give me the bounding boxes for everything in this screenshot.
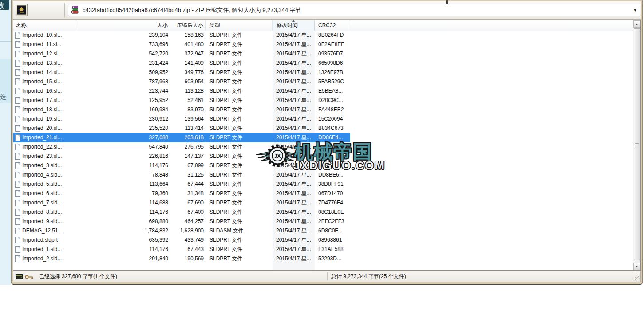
- column-header-packed[interactable]: 压缩后大小: [170, 20, 206, 31]
- scroll-thumb[interactable]: [634, 28, 640, 260]
- cell-mtime: 2015/4/17 星...: [273, 96, 315, 105]
- chevron-down-icon: ▼: [633, 8, 637, 12]
- cell-name: Imported_9.sld...: [13, 217, 76, 226]
- file-icon: [15, 190, 20, 197]
- cell-type: SLDPRT 文件: [206, 170, 273, 180]
- table-row[interactable]: DEMAG_12.51...1,784,8321,628,900SLDASM 文…: [13, 226, 350, 235]
- table-row[interactable]: Imported_9.sld...698,880464,257SLDPRT 文件…: [13, 217, 350, 226]
- file-name: Imported_3.sld...: [22, 161, 62, 170]
- column-header-size[interactable]: 大小: [76, 20, 170, 31]
- file-name: Imported_16.sl...: [22, 86, 62, 96]
- cell-mtime: 2015/4/17 星...: [273, 208, 315, 217]
- cell-size: 125,952: [76, 96, 170, 105]
- cell-type: SLDPRT 文件: [206, 198, 273, 208]
- scroll-up-button[interactable]: ▲: [633, 20, 640, 28]
- file-list-panel: 名称 大小 压缩后大小 类型 ▲ 修改时间 CRC32 Imported_10.…: [13, 20, 641, 271]
- column-header-name[interactable]: 名称: [13, 20, 76, 31]
- address-text: c432fabd1cd854420aba67c674f4bd4b.zip - Z…: [83, 6, 301, 14]
- cell-mtime: 2015/4/17 星...: [273, 245, 315, 254]
- cell-size: 78,848: [76, 170, 170, 180]
- table-row[interactable]: Imported_6.sld...79,36031,348SLDPRT 文件20…: [13, 189, 350, 198]
- cell-crc: [315, 152, 350, 161]
- table-row[interactable]: Imported_19.sl...230,912139,564SLDPRT 文件…: [13, 114, 350, 124]
- cell-packed: 141,409: [170, 59, 206, 68]
- cell-size: 787,968: [76, 77, 170, 86]
- file-icon: [15, 69, 20, 76]
- file-icon: [15, 97, 20, 104]
- column-header-mtime[interactable]: ▲ 修改时间: [273, 20, 315, 31]
- file-icon: [15, 60, 20, 67]
- cell-crc: 067D1470: [315, 189, 350, 198]
- table-row[interactable]: Imported_2.sld...291,840190,569SLDPRT 文件…: [13, 254, 350, 263]
- resize-grip[interactable]: [635, 276, 640, 281]
- file-icon: [15, 125, 20, 132]
- address-dropdown-button[interactable]: ▼: [631, 4, 639, 16]
- cell-name: Imported_19.sl...: [13, 114, 76, 124]
- column-header-type[interactable]: 类型: [206, 20, 273, 31]
- cell-packed: 139,564: [170, 114, 206, 124]
- cell-name: Imported_22.sl...: [13, 142, 76, 152]
- cell-crc: E5BEA8...: [315, 86, 350, 96]
- scroll-down-icon: ▼: [636, 265, 639, 268]
- file-icon: [15, 41, 20, 48]
- cell-crc: 5FAB529C: [315, 77, 350, 86]
- cell-type: SLDPRT 文件: [206, 96, 273, 105]
- table-row[interactable]: Imported_3.sld...114,17667,099SLDPRT 文件2…: [13, 161, 350, 170]
- table-row[interactable]: Imported_20.sl...235,520113,414SLDPRT 文件…: [13, 124, 350, 133]
- cell-packed: 401,480: [170, 40, 206, 49]
- cell-packed: 31,348: [170, 189, 206, 198]
- cell-mtime: 2015/4/17 星...: [273, 86, 315, 96]
- cell-packed: 349,776: [170, 68, 206, 77]
- table-row[interactable]: Imported_5.sld...113,66467,444SLDPRT 文件2…: [13, 180, 350, 189]
- cell-type: SLDPRT 文件: [206, 254, 273, 263]
- cell-crc: 8B0264FD: [315, 31, 350, 40]
- vertical-scrollbar[interactable]: ▲ ▼: [633, 20, 640, 270]
- file-icon: [15, 134, 20, 141]
- table-row[interactable]: Imported_8.sld...114,17667,400SLDPRT 文件2…: [13, 208, 350, 217]
- file-icon: [15, 88, 20, 94]
- table-row[interactable]: Imported_14.sl...509,952349,776SLDPRT 文件…: [13, 68, 350, 77]
- table-row[interactable]: Imported_21.sl...327,680203,618SLDPRT 文件…: [13, 133, 350, 142]
- cell-mtime: 2015/4/17 星...: [273, 217, 315, 226]
- file-list: Imported_10.sl...239,104158,163SLDPRT 文件…: [13, 31, 633, 270]
- cell-mtime: 2015/4/17 星...: [273, 235, 315, 245]
- file-name: Imported_10.sl...: [22, 31, 62, 40]
- table-row[interactable]: Imported_12.sl...542,720372,947SLDPRT 文件…: [13, 49, 350, 59]
- cell-size: 169,984: [76, 105, 170, 114]
- table-row[interactable]: Imported_23.sl...226,816147,137SLDPRT 文件…: [13, 152, 350, 161]
- cell-crc: 38D8FF91: [315, 180, 350, 189]
- table-row[interactable]: Imported_13.sl...231,424141,409SLDPRT 文件…: [13, 59, 350, 68]
- scroll-down-button[interactable]: ▼: [633, 263, 640, 270]
- file-name: DEMAG_12.51...: [22, 226, 63, 235]
- address-bar[interactable]: c432fabd1cd854420aba67c674f4bd4b.zip - Z…: [68, 4, 640, 16]
- table-row[interactable]: Imported.sldprt635,392433,749SLDPRT 文件20…: [13, 235, 350, 245]
- table-row[interactable]: Imported_16.sl...223,744113,128SLDPRT 文件…: [13, 86, 350, 96]
- cell-name: Imported_4.sld...: [13, 170, 76, 180]
- table-row[interactable]: Imported_18.sl...169,98483,970SLDPRT 文件2…: [13, 105, 350, 114]
- column-header-crc[interactable]: CRC32: [315, 20, 350, 31]
- cell-type: SLDPRT 文件: [206, 114, 273, 124]
- up-one-level-button[interactable]: [16, 4, 28, 16]
- table-row[interactable]: Imported_1.sld...114,17667,443SLDPRT 文件2…: [13, 245, 350, 254]
- file-name: Imported_23.sl...: [22, 152, 62, 161]
- table-row[interactable]: Imported_22.sl...547,840276,795SLDPRT 文件…: [13, 142, 350, 152]
- cell-name: Imported_17.sl...: [13, 96, 76, 105]
- file-name: Imported_15.sl...: [22, 77, 62, 86]
- cell-size: 635,392: [76, 235, 170, 245]
- table-row[interactable]: Imported_15.sl...787,968603,954SLDPRT 文件…: [13, 77, 350, 86]
- table-row[interactable]: Imported_11.sl...733,696401,480SLDPRT 文件…: [13, 40, 350, 49]
- table-row[interactable]: Imported_4.sld...78,84831,125SLDPRT 文件20…: [13, 170, 350, 180]
- cell-type: SLDPRT 文件: [206, 245, 273, 254]
- cell-type: SLDPRT 文件: [206, 31, 273, 40]
- table-row[interactable]: Imported_17.sl...125,95252,461SLDPRT 文件2…: [13, 96, 350, 105]
- cell-size: 114,688: [76, 198, 170, 208]
- total-summary: 总计 9,273,344 字节(25 个文件): [331, 273, 406, 280]
- cell-size: 239,104: [76, 31, 170, 40]
- table-row[interactable]: Imported_7.sld...114,68867,690SLDPRT 文件2…: [13, 198, 350, 208]
- cell-type: SLDPRT 文件: [206, 217, 273, 226]
- file-name: Imported_17.sl...: [22, 96, 62, 105]
- cell-size: 547,840: [76, 142, 170, 152]
- cell-crc: 665098D6: [315, 59, 350, 68]
- cell-crc: FA448EB2: [315, 105, 350, 114]
- table-row[interactable]: Imported_10.sl...239,104158,163SLDPRT 文件…: [13, 31, 350, 40]
